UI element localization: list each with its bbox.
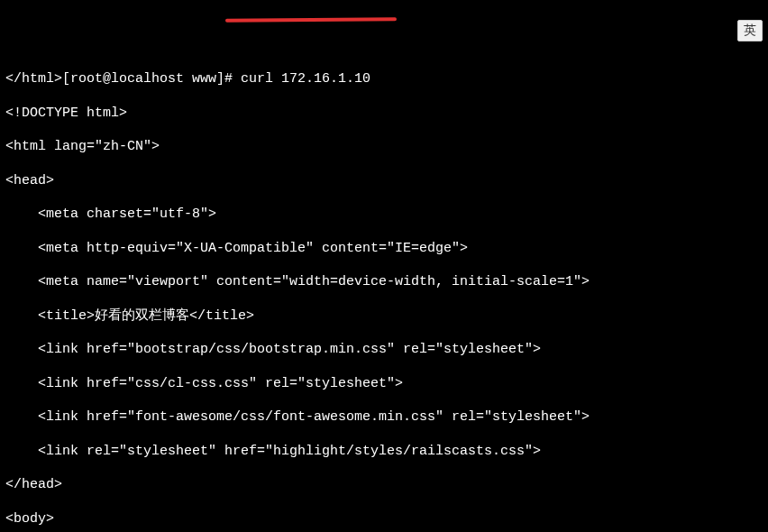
output-line: <title>好看的双栏博客</title> — [5, 308, 763, 326]
output-line: </head> — [5, 477, 763, 494]
output-line: <body> — [5, 511, 763, 528]
output-line: <link href="bootstrap/css/bootstrap.min.… — [5, 342, 763, 359]
output-line: <meta name="viewport" content="width=dev… — [5, 274, 763, 291]
output-line: <link href="css/cl-css.css" rel="stylesh… — [5, 376, 763, 393]
output-line: <meta charset="utf-8"> — [5, 206, 763, 224]
ime-indicator[interactable]: 英 — [737, 20, 763, 41]
output-line: <html lang="zh-CN"> — [5, 139, 763, 156]
output-line: <meta http-equiv="X-UA-Compatible" conte… — [5, 241, 763, 258]
output-line: <head> — [5, 173, 763, 190]
output-line: <link href="font-awesome/css/font-awesom… — [5, 409, 763, 427]
output-line: <link rel="stylesheet" href="highlight/s… — [5, 444, 763, 461]
terminal-prompt-line[interactable]: </html>[root@localhost www]# curl 172.16… — [5, 71, 763, 88]
output-line: <!DOCTYPE html> — [5, 105, 763, 123]
annotation-underline — [225, 17, 397, 23]
